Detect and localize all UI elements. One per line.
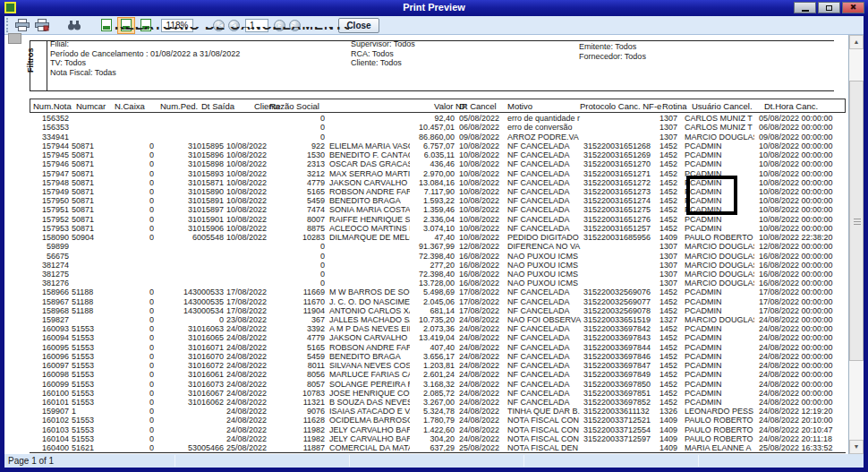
minimize-button[interactable] (794, 2, 816, 13)
print-preview-window: Print Preview ✖ (0, 0, 868, 472)
close-icon: ✖ (850, 3, 857, 13)
first-page-button[interactable]: ❘◀ (213, 20, 225, 31)
prev-page-button[interactable]: ◀ (228, 20, 240, 31)
whole-page-view-icon (101, 19, 112, 31)
scrollbar-thumb[interactable] (849, 81, 864, 361)
last-page-icon: ▶❘ (291, 22, 300, 28)
titlebar: Print Preview ✖ (0, 0, 868, 16)
maximize-button[interactable] (818, 2, 840, 13)
toolbar: 118% ❘◀ ◀ 1 ▶ ▶❘ Close (4, 16, 864, 35)
print-options-icon (35, 19, 49, 31)
page-count-status: Page 1 of 1 (8, 456, 54, 466)
first-page-icon: ❘◀ (215, 22, 224, 28)
page-width-view-icon (121, 19, 132, 31)
search-button[interactable] (65, 17, 83, 33)
next-page-icon: ▶ (277, 22, 282, 28)
minimize-icon (802, 10, 809, 12)
scroll-up-icon: ▲ (854, 39, 860, 45)
two-page-view-button[interactable] (137, 17, 155, 34)
toolbar-grip (6, 18, 9, 32)
thumb-grip-icon (854, 219, 861, 219)
scroll-up-button[interactable]: ▲ (849, 35, 864, 49)
maximize-icon (826, 5, 832, 11)
scroll-down-icon: ▼ (854, 443, 860, 450)
status-divider (174, 455, 175, 467)
status-divider (349, 455, 350, 467)
binoculars-icon (67, 19, 81, 31)
last-page-button[interactable]: ▶❘ (289, 20, 301, 31)
print-button[interactable] (13, 17, 31, 33)
vertical-scrollbar[interactable]: ▲ ▼ (848, 35, 864, 454)
scroll-down-button[interactable]: ▼ (849, 440, 864, 454)
zoom-level-box[interactable]: 118% (161, 19, 193, 32)
window-title: Print Preview (0, 2, 868, 13)
close-window-button[interactable]: ✖ (842, 2, 864, 13)
two-page-view-icon (140, 19, 151, 31)
status-divider (698, 455, 699, 467)
status-divider (523, 455, 524, 467)
next-page-button[interactable]: ▶ (274, 20, 285, 31)
page-number-input[interactable]: 1 (245, 19, 268, 32)
report-page (4, 35, 848, 454)
status-bar: Page 1 of 1 (4, 454, 864, 468)
print-options-button[interactable] (33, 17, 51, 33)
page-width-view-button[interactable] (117, 17, 135, 34)
prev-page-icon: ◀ (232, 22, 236, 28)
close-preview-button[interactable]: Close (338, 18, 379, 33)
printer-icon (15, 19, 30, 31)
whole-page-view-button[interactable] (98, 17, 115, 34)
